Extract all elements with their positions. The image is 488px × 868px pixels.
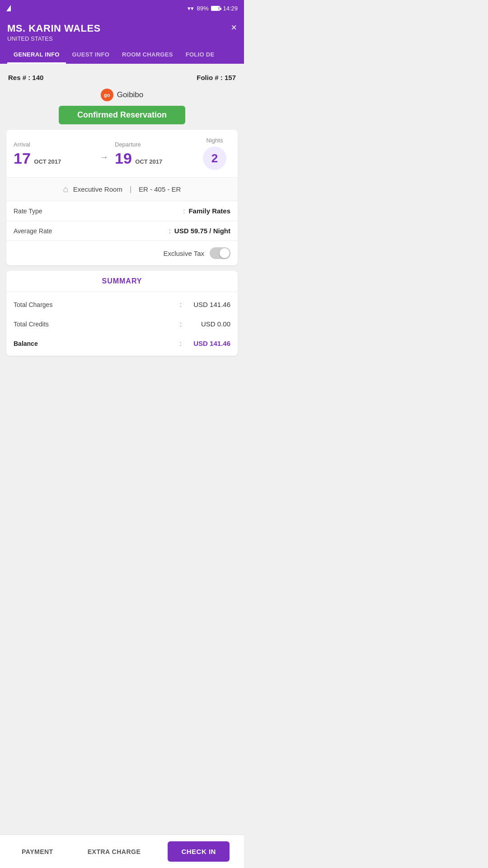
nights-block: Nights 2: [199, 137, 230, 170]
guest-name: MS. KARIN WALES: [7, 23, 101, 34]
rate-type-colon: :: [183, 208, 185, 215]
battery-icon: [211, 6, 220, 11]
res-number: Res # : 140: [8, 74, 43, 81]
confirmed-reservation-badge: Confirmed Reservation: [59, 106, 185, 124]
total-credits-label: Total Credits: [14, 321, 176, 328]
departure-label: Departure: [115, 141, 194, 148]
guest-country: UNITED STATES: [7, 35, 101, 42]
guest-info-header: MS. KARIN WALES UNITED STATES: [7, 23, 101, 42]
summary-title: SUMMARY: [102, 277, 142, 285]
exclusive-tax-label: Exclusive Tax: [163, 250, 204, 257]
wifi-icon: ▾▾: [188, 5, 194, 12]
total-credits-value: USD 0.00: [185, 320, 230, 328]
dates-card: Arrival 17 OCT 2017 → Departure 19 OCT 2…: [6, 130, 238, 265]
booking-source: go Goibibo: [6, 89, 238, 101]
room-separator: |: [130, 185, 131, 193]
toggle-knob: [220, 248, 230, 258]
tab-guest-info[interactable]: GUEST INFO: [66, 47, 116, 64]
signal-area: [6, 5, 11, 11]
folio-number: Folio # : 157: [197, 74, 236, 81]
header-top: MS. KARIN WALES UNITED STATES ×: [7, 23, 237, 42]
tab-folio-de[interactable]: FOLIO DE: [179, 47, 221, 64]
balance-value: USD 141.46: [185, 340, 230, 347]
total-charges-label: Total Charges: [14, 301, 176, 308]
nights-label: Nights: [199, 137, 230, 144]
room-info: ⌂ Executive Room | ER - 405 - ER: [6, 177, 238, 201]
arrival-day: 17: [14, 150, 31, 167]
summary-rows: Total Charges : USD 141.46 Total Credits…: [6, 292, 238, 356]
tab-bar: GENERAL INFO GUEST INFO ROOM CHARGES FOL…: [7, 47, 237, 64]
res-folio-row: Res # : 140 Folio # : 157: [6, 69, 238, 86]
tab-general-info[interactable]: GENERAL INFO: [7, 47, 66, 64]
departure-day: 19: [115, 150, 132, 167]
departure-month-year: OCT 2017: [135, 158, 162, 165]
balance-row: Balance : USD 141.46: [6, 334, 238, 353]
average-rate-colon: :: [169, 227, 171, 235]
nights-circle: 2: [203, 146, 226, 170]
main-content: Res # : 140 Folio # : 157 go Goibibo Con…: [0, 64, 244, 403]
total-charges-row: Total Charges : USD 141.46: [6, 295, 238, 314]
header: MS. KARIN WALES UNITED STATES × GENERAL …: [0, 16, 244, 64]
arrow-icon: →: [98, 152, 110, 162]
summary-card: SUMMARY Total Charges : USD 141.46 Total…: [6, 271, 238, 356]
clock: 14:29: [223, 5, 238, 12]
tab-room-charges[interactable]: ROOM CHARGES: [116, 47, 179, 64]
room-type: Executive Room: [73, 185, 122, 193]
rate-type-label: Rate Type: [14, 208, 180, 215]
total-credits-row: Total Credits : USD 0.00: [6, 314, 238, 334]
battery-percent: 89%: [197, 5, 208, 12]
dates-section: Arrival 17 OCT 2017 → Departure 19 OCT 2…: [6, 130, 238, 177]
balance-label: Balance: [14, 340, 176, 347]
rate-type-value: Family Rates: [188, 207, 230, 215]
exclusive-tax-toggle[interactable]: [210, 247, 230, 259]
summary-header: SUMMARY: [6, 271, 238, 292]
rate-type-row: Rate Type : Family Rates: [6, 201, 238, 221]
room-number: ER - 405 - ER: [139, 185, 181, 193]
exclusive-tax-row: Exclusive Tax: [6, 241, 238, 265]
arrival-month-year: OCT 2017: [34, 158, 61, 165]
average-rate-value: USD 59.75 / Night: [174, 227, 230, 235]
arrival-label: Arrival: [14, 141, 93, 148]
signal-icon: [6, 5, 11, 11]
departure-block: Departure 19 OCT 2017: [115, 141, 194, 166]
close-button[interactable]: ×: [231, 23, 237, 33]
house-icon: ⌂: [63, 184, 69, 194]
status-right: ▾▾ 89% 14:29: [188, 5, 238, 12]
status-bar: ▾▾ 89% 14:29: [0, 0, 244, 16]
total-charges-value: USD 141.46: [185, 301, 230, 308]
average-rate-label: Average Rate: [14, 227, 165, 235]
average-rate-row: Average Rate : USD 59.75 / Night: [6, 221, 238, 241]
arrival-block: Arrival 17 OCT 2017: [14, 141, 93, 166]
booking-source-name: Goibibo: [117, 90, 144, 99]
goibibo-icon: go: [101, 89, 113, 101]
nights-number: 2: [211, 151, 218, 165]
